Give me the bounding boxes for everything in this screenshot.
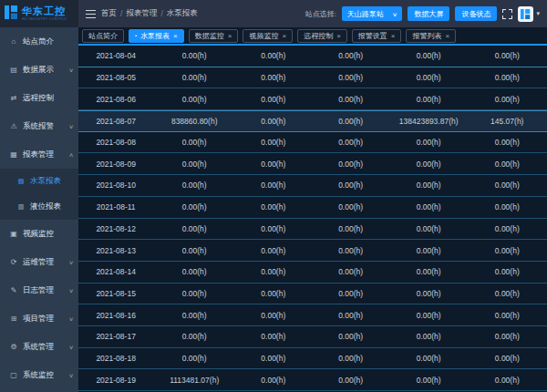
row-value-4: 0.00(h) — [390, 332, 468, 341]
sidebar-item-ops-mgmt[interactable]: ⟳运维管理∨ — [0, 248, 78, 276]
data-display-icon: ▤ — [8, 66, 19, 74]
tab-bar: 站点简介•水泵报表×数据监控×视频监控×远程控制×报警设置×报警列表× — [78, 27, 547, 46]
tab-station-intro[interactable]: 站点简介 — [82, 29, 124, 43]
table-row[interactable]: 2021-08-160.00(h)0.00(h)0.00(h)0.00(h)0.… — [78, 304, 547, 326]
close-icon[interactable]: × — [173, 32, 178, 40]
row-date: 2021-08-15 — [78, 289, 153, 298]
sidebar-item-project-mgmt[interactable]: ⊞项目管理∨ — [0, 304, 78, 333]
close-icon[interactable]: × — [282, 32, 286, 40]
sidebar-item-system-mgmt[interactable]: ⚙系统管理∨ — [0, 333, 78, 361]
close-icon[interactable]: × — [391, 32, 396, 40]
device-status-button[interactable]: 设备状态 — [455, 6, 497, 21]
table-row[interactable]: 2021-08-140.00(h)0.00(h)0.00(h)0.00(h)0.… — [78, 262, 547, 284]
tab-alarm-list[interactable]: 报警列表× — [406, 29, 456, 43]
sidebar-item-label: 远程控制 — [23, 93, 73, 104]
row-value-3: 0.00(h) — [311, 95, 389, 104]
sidebar-item-level-report[interactable]: ▥液位报表 — [0, 194, 78, 220]
close-icon[interactable]: × — [445, 32, 449, 40]
breadcrumb-separator: / — [120, 9, 122, 18]
sidebar-item-label: 系统管理 — [23, 342, 69, 353]
row-value-1: 0.00(h) — [153, 224, 235, 233]
row-value-4: 138423893.87(h) — [390, 117, 468, 126]
table-row[interactable]: 2021-08-191113481.07(h)0.00(h)0.00(h)0.0… — [78, 369, 547, 391]
row-value-3: 0.00(h) — [311, 267, 389, 276]
sidebar-item-log-mgmt[interactable]: ✎日志管理∨ — [0, 276, 78, 304]
table-row[interactable]: 2021-08-110.00(h)0.00(h)0.00(h)0.00(h)0.… — [78, 197, 547, 219]
row-value-5: 0.00(h) — [468, 73, 547, 82]
row-date: 2021-08-11 — [78, 202, 153, 211]
tab-pump-report[interactable]: •水泵报表× — [129, 29, 184, 43]
remote-control-icon: ⇄ — [8, 94, 19, 102]
sidebar-item-data-display[interactable]: ▤数据展示∨ — [0, 56, 78, 84]
sidebar-item-system-alarm[interactable]: ⚠系统报警∨ — [0, 112, 78, 140]
table-row[interactable]: 2021-08-050.00(h)0.00(h)0.00(h)0.00(h)0.… — [78, 67, 547, 89]
sidebar-menu: ⌂站点简介▤数据展示∨⇄远程控制⚠系统报警∨▦报表管理∧▧水泵报表▥液位报表▣视… — [0, 27, 78, 392]
tab-data-monitor[interactable]: 数据监控× — [189, 29, 239, 43]
row-value-3: 0.00(h) — [311, 160, 389, 169]
row-date: 2021-08-10 — [78, 181, 153, 190]
table-row[interactable]: 2021-08-060.00(h)0.00(h)0.00(h)0.00(h)0.… — [78, 88, 547, 110]
row-value-5: 0.00(h) — [468, 181, 547, 190]
row-value-2: 0.00(h) — [235, 289, 311, 298]
row-value-2: 0.00(h) — [235, 311, 311, 320]
site-select-label: 站点选择: — [305, 9, 336, 19]
ops-icon: ⟳ — [8, 258, 19, 266]
table-row[interactable]: 2021-08-150.00(h)0.00(h)0.00(h)0.00(h)0.… — [78, 284, 547, 305]
row-date: 2021-08-16 — [78, 311, 153, 320]
row-value-4: 0.00(h) — [390, 224, 468, 233]
sidebar-item-report-mgmt[interactable]: ▦报表管理∧ — [0, 140, 78, 169]
pump-report-icon: ▧ — [15, 178, 26, 185]
row-value-2: 0.00(h) — [235, 138, 311, 147]
tab-alarm-settings[interactable]: 报警设置× — [352, 29, 402, 43]
sidebar-item-label: 站点简介 — [23, 36, 73, 47]
row-value-2: 0.00(h) — [235, 332, 311, 341]
tab-remote-control[interactable]: 远程控制× — [297, 29, 347, 43]
row-value-3: 0.00(h) — [311, 224, 389, 233]
close-icon[interactable]: × — [228, 32, 232, 40]
chevron-down-icon: ∨ — [68, 123, 74, 129]
monitor-icon: ▢ — [8, 371, 19, 379]
table-row[interactable]: 2021-08-170.00(h)0.00(h)0.00(h)0.00(h)0.… — [78, 326, 547, 348]
row-value-3: 0.00(h) — [311, 202, 389, 211]
sidebar-item-label: 项目管理 — [23, 314, 69, 325]
row-value-5: 0.00(h) — [468, 376, 547, 385]
breadcrumb-item-2[interactable]: 水泵报表 — [167, 8, 198, 19]
table-row[interactable]: 2021-08-180.00(h)0.00(h)0.00(h)0.00(h)0.… — [78, 348, 547, 370]
sidebar-item-system-monitor[interactable]: ▢系统监控∨ — [0, 361, 78, 389]
tab-label: 水泵报表 — [140, 31, 170, 41]
gear-icon: ⚙ — [8, 343, 19, 351]
data-screen-button[interactable]: 数据大屏 — [408, 6, 449, 21]
table-row[interactable]: 2021-08-080.00(h)0.00(h)0.00(h)0.00(h)0.… — [78, 132, 547, 154]
table-row[interactable]: 2021-08-120.00(h)0.00(h)0.00(h)0.00(h)0.… — [78, 219, 547, 241]
tab-video-monitor[interactable]: 视频监控× — [243, 29, 293, 43]
row-value-4: 0.00(h) — [390, 267, 468, 276]
sidebar-item-remote-control[interactable]: ⇄远程控制 — [0, 84, 78, 112]
row-value-1: 0.00(h) — [153, 267, 235, 276]
table-row[interactable]: 2021-08-090.00(h)0.00(h)0.00(h)0.00(h)0.… — [78, 153, 547, 175]
table-row[interactable]: 2021-08-100.00(h)0.00(h)0.00(h)0.00(h)0.… — [78, 175, 547, 197]
level-report-icon: ▥ — [15, 203, 26, 211]
table-row[interactable]: 2021-08-040.00(h)0.00(h)0.00(h)0.00(h)0.… — [78, 46, 547, 67]
site-select-dropdown[interactable]: 天山路泵站 ∨ — [342, 6, 402, 21]
fullscreen-icon[interactable] — [502, 9, 512, 19]
tab-label: 站点简介 — [88, 31, 118, 41]
chevron-down-icon: ∨ — [68, 67, 74, 73]
report-table: 2021-08-040.00(h)0.00(h)0.00(h)0.00(h)0.… — [78, 46, 547, 392]
sidebar-item-video-monitor[interactable]: ▣视频监控 — [0, 220, 78, 248]
chevron-down-icon: ∨ — [68, 344, 74, 350]
chevron-down-icon: ∨ — [68, 315, 74, 322]
collapse-menu-icon[interactable] — [86, 10, 96, 18]
row-value-5: 0.00(h) — [468, 246, 547, 255]
table-row[interactable]: 2021-08-130.00(h)0.00(h)0.00(h)0.00(h)0.… — [78, 240, 547, 262]
sidebar-item-station-intro[interactable]: ⌂站点简介 — [0, 27, 78, 56]
sidebar-item-pump-report[interactable]: ▧水泵报表 — [0, 169, 78, 194]
row-date: 2021-08-08 — [78, 138, 153, 147]
row-value-1: 0.00(h) — [153, 311, 235, 320]
tab-label: 报警列表 — [412, 31, 441, 41]
user-avatar[interactable]: ▾ — [518, 6, 540, 22]
close-icon[interactable]: × — [336, 32, 341, 40]
breadcrumb-item-0[interactable]: 首页 — [101, 8, 117, 19]
table-row[interactable]: 2021-08-07838860.80(h)0.00(h)0.00(h)1384… — [78, 110, 547, 132]
breadcrumb-item-1[interactable]: 报表管理 — [126, 8, 157, 19]
row-value-1: 0.00(h) — [153, 332, 235, 341]
